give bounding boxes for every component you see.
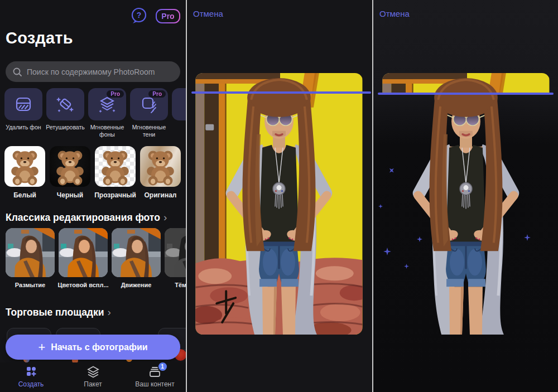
plus-icon: + (38, 341, 45, 354)
pro-button[interactable]: Pro (156, 9, 180, 23)
tool-instant-shadows[interactable]: Pro Мгновенные тени (130, 88, 168, 138)
sparkle-icon (404, 261, 409, 271)
background-option-original[interactable]: Оригинал (140, 146, 181, 199)
create-grid-icon (25, 365, 38, 379)
create-screen: ? Pro Создать (0, 0, 186, 392)
chevron-right-icon: › (163, 211, 167, 223)
photoroom-app-screens: ? Pro Создать (0, 0, 558, 392)
tool-label: Ретушировать (45, 124, 86, 131)
pro-badge: Pro (148, 90, 166, 98)
classics-section-heading[interactable]: Классика редактирования фото› (6, 211, 167, 224)
background-option-transparent[interactable]: Прозрачный (95, 146, 136, 199)
tool-label: Мгновенные фоны (86, 124, 128, 138)
background-options-row: Белый Черный Прозрачный Оригинал (4, 146, 181, 199)
tools-row: Удалить фон Ретушировать (4, 88, 186, 138)
classic-blur[interactable]: Размытие (6, 228, 55, 288)
remove-background-icon (15, 96, 32, 113)
retouch-eraser-icon (56, 95, 75, 113)
classic-label: Тёмные т (175, 282, 186, 288)
tool-instant-backgrounds[interactable]: Pro Мгновенные фоны (88, 88, 126, 138)
classic-label: Движение (121, 282, 152, 288)
marketplaces-section-title: Торговые площадки (6, 307, 104, 318)
content-count-badge: 1 (158, 362, 167, 371)
search-bar[interactable] (6, 61, 180, 82)
cancel-button[interactable]: Отмена (193, 9, 223, 18)
subject-cutout (382, 73, 550, 335)
page-title: Создать (6, 29, 73, 47)
marketplaces-section-heading[interactable]: Торговые площадки› (6, 306, 111, 318)
classics-row: Размытие Цветовой вспл... Движение Тёмны… (6, 228, 186, 288)
nav-label: Создать (18, 380, 44, 388)
tool-label: Мгновенные тени (128, 124, 170, 138)
bottom-navigation: Создать Пакет 1 Ваш контент (0, 362, 186, 392)
background-label: Черный (57, 191, 83, 199)
search-input[interactable] (27, 67, 174, 76)
chevron-right-icon: › (108, 306, 111, 318)
scan-line (378, 93, 554, 95)
cancel-button[interactable]: Отмена (379, 9, 410, 18)
editor-screen-original: Отмена (186, 0, 372, 392)
search-icon (12, 67, 22, 77)
nav-item-batch[interactable]: Пакет (62, 362, 124, 392)
background-label: Белый (13, 191, 36, 199)
nav-item-your-content[interactable]: 1 Ваш контент (124, 362, 186, 392)
help-icon[interactable]: ? (131, 7, 147, 24)
editor-screen-cutout: Отмена (372, 0, 558, 392)
pro-button-label: Pro (161, 12, 174, 21)
classic-color-splash[interactable]: Цветовой вспл... (59, 228, 108, 288)
batch-layers-icon (86, 365, 100, 379)
tool-retouch[interactable]: Ретушировать (46, 88, 84, 138)
background-label: Оригинал (145, 191, 177, 199)
tool-label: И (170, 124, 186, 131)
tool-remove-background[interactable]: Удалить фон (4, 88, 42, 138)
background-label: Прозрачный (94, 191, 136, 199)
sparkle-icon (524, 233, 531, 243)
nav-label: Ваш контент (135, 380, 174, 388)
instant-shadows-icon (140, 95, 158, 113)
classic-label: Цветовой вспл... (57, 282, 108, 288)
scan-line (191, 91, 371, 94)
instant-backgrounds-icon (98, 96, 116, 113)
sparkle-icon (378, 201, 383, 211)
tool-label: Удалить фон (3, 124, 44, 131)
nav-item-create[interactable]: Создать (0, 362, 62, 392)
classic-label: Размытие (15, 282, 45, 288)
start-with-photo-button[interactable]: + Начать с фотографии (6, 335, 180, 360)
sparkle-icon (417, 234, 422, 244)
sparkle-icon (383, 248, 391, 258)
pro-badge: Pro (107, 90, 124, 98)
svg-text:?: ? (137, 11, 142, 20)
classic-motion[interactable]: Движение (112, 228, 161, 288)
background-option-black[interactable]: Черный (50, 146, 90, 199)
classic-dark-tones[interactable]: Тёмные т (165, 228, 186, 288)
classics-section-title: Классика редактирования фото (6, 212, 160, 223)
tool-cut-off[interactable]: И (172, 88, 186, 138)
background-option-white[interactable]: Белый (4, 146, 45, 199)
nav-label: Пакет (84, 380, 102, 388)
start-with-photo-label: Начать с фотографии (51, 342, 147, 352)
photo-original (195, 73, 363, 335)
